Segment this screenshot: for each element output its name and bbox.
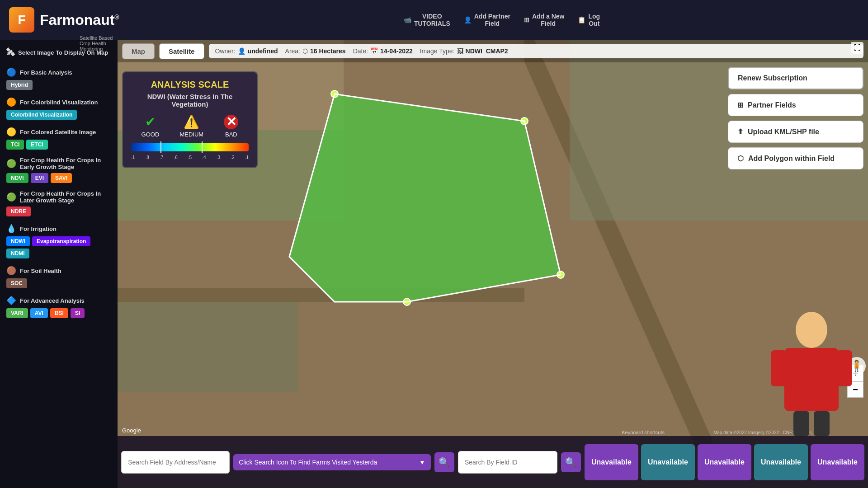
svg-rect-17 xyxy=(793,411,809,436)
ndwi-button[interactable]: NDWI xyxy=(6,236,30,246)
hybrid-button[interactable]: Hybrid xyxy=(6,80,33,90)
evapotranspiration-button[interactable]: Evapotranspiration xyxy=(32,236,90,246)
calendar-icon: 📅 xyxy=(370,47,378,55)
svg-marker-5 xyxy=(289,94,561,302)
map-view-button[interactable]: Map xyxy=(122,43,155,59)
sidebar-section-crop-health-early: 🟢 For Crop Health For Crops In Early Gro… xyxy=(0,153,118,187)
crop-early-icon: 🟢 xyxy=(6,159,16,169)
area-value: 16 Hectares xyxy=(310,47,346,55)
dropdown-arrow-icon: ▼ xyxy=(419,459,425,466)
unavailable-card-1: Unavailable xyxy=(585,444,638,480)
app-title: Farmonaut® xyxy=(40,12,119,28)
owner-value: undefined xyxy=(248,47,278,55)
sidebar-section-crop-health-later: 🟢 For Crop Health For Crops In Later Gro… xyxy=(0,187,118,220)
analysis-scale-subtitle: NDWI (Water Stress In The Vegetation) xyxy=(131,93,249,108)
medium-label: MEDIUM xyxy=(179,131,203,138)
good-label: GOOD xyxy=(142,131,160,138)
date-label: Date: xyxy=(353,47,368,55)
field-id-search-button[interactable]: 🔍 xyxy=(561,452,581,472)
svg-rect-14 xyxy=(784,348,839,411)
scale-marker-good xyxy=(160,141,161,153)
colored-icon: 🟡 xyxy=(6,127,16,137)
avi-button[interactable]: AVI xyxy=(30,308,48,318)
scale-bar xyxy=(131,143,249,151)
fullscreen-button[interactable]: ⛶ xyxy=(851,42,863,54)
owner-icon: 👤 xyxy=(238,47,245,55)
good-icon: ✔ xyxy=(145,114,156,129)
tci-button[interactable]: TCI xyxy=(6,140,24,150)
unavailable-card-5: Unavailable xyxy=(811,444,864,480)
owner-label: Owner: xyxy=(215,47,236,55)
presenter-svg xyxy=(766,303,857,438)
right-action-buttons: Renew Subscription ⊞ Partner Fields ⬆ Up… xyxy=(728,67,863,169)
ndre-button[interactable]: NDRE xyxy=(6,206,31,216)
farm-search-icon-button[interactable]: 🔍 xyxy=(434,452,454,472)
sidebar-section-soil-health: 🟤 For Soil Health SOC xyxy=(0,262,118,292)
bsi-button[interactable]: BSI xyxy=(50,308,68,318)
soil-icon: 🟤 xyxy=(6,266,16,276)
polygon-icon: ⬡ xyxy=(737,154,744,163)
map-info-bar: Owner: 👤 undefined Area: ⬡ 16 Hectares D… xyxy=(209,44,863,58)
satellite-icon: 🛰 xyxy=(6,48,14,57)
unavailable-card-2: Unavailable xyxy=(641,444,695,480)
sidebar-section-advanced-analysis: 🔷 For Advanced Analysis VARI AVI BSI SI xyxy=(0,292,118,322)
nav-add-new-field[interactable]: ⊞ Add a New Field xyxy=(524,13,565,27)
si-button[interactable]: SI xyxy=(71,308,85,318)
crop-later-icon: 🟢 xyxy=(6,192,16,202)
soc-button[interactable]: SOC xyxy=(6,278,27,288)
image-type-label: Image Type: xyxy=(420,47,455,55)
upload-kml-button[interactable]: ⬆ Upload KML/SHP file xyxy=(728,121,863,143)
svg-rect-11 xyxy=(118,302,298,392)
keyboard-shortcuts-label: Keyboard shortcuts xyxy=(622,430,665,435)
scale-marker-medium xyxy=(202,141,203,153)
field-id-search-input[interactable] xyxy=(458,451,557,474)
advanced-icon: 🔷 xyxy=(6,296,16,305)
add-polygon-button[interactable]: ⬡ Add Polygon within Field xyxy=(728,147,863,169)
partner-fields-button[interactable]: ⊞ Partner Fields xyxy=(728,94,863,116)
ndmi-button[interactable]: NDMI xyxy=(6,249,29,258)
irrigation-icon: 💧 xyxy=(6,224,16,234)
bad-label: BAD xyxy=(225,131,237,138)
address-search-input[interactable] xyxy=(121,451,230,474)
basic-icon: 🔵 xyxy=(6,67,16,77)
google-watermark: Google xyxy=(122,427,141,434)
ndvi-button[interactable]: NDVI xyxy=(6,173,28,183)
logo-area: F Farmonaut® Satellite Based Crop Health… xyxy=(9,7,127,33)
upload-icon: ⬆ xyxy=(737,127,743,136)
unavailable-card-4: Unavailable xyxy=(754,444,808,480)
analysis-scale-panel: ANALYSIS SCALE NDWI (Water Stress In The… xyxy=(122,71,258,168)
sidebar-section-irrigation: 💧 For Irrigation NDWI Evapotranspiration… xyxy=(0,220,118,262)
bottom-bar: Refresh, (Today): Tap To Refresh, Area C… xyxy=(0,436,868,488)
colorblind-icon: 🟠 xyxy=(6,97,16,107)
partner-fields-icon: ⊞ xyxy=(737,101,743,109)
sidebar-section-basic-analysis: 🔵 For Basic Analysis Hybrid xyxy=(0,64,118,94)
area-label: Area: xyxy=(285,47,300,55)
search-icon: 🔍 xyxy=(439,457,450,468)
evi-button[interactable]: EVI xyxy=(31,173,48,183)
nav-video-tutorials[interactable]: 📹 VIDEO TUTORIALS xyxy=(404,13,450,27)
header: F Farmonaut® Satellite Based Crop Health… xyxy=(0,0,868,40)
svg-rect-16 xyxy=(836,350,852,386)
svg-rect-15 xyxy=(771,350,787,386)
nav-log-out[interactable]: 📋 Log Out xyxy=(578,13,600,27)
date-value: 14-04-2022 xyxy=(380,47,413,55)
satellite-view-button[interactable]: Satellite xyxy=(159,43,204,59)
unavailable-card-3: Unavailable xyxy=(698,444,751,480)
analysis-scale-title: ANALYSIS SCALE xyxy=(131,80,249,90)
unavailable-cards-container: Unavailable Unavailable Unavailable Unav… xyxy=(585,444,864,480)
presenter-avatar xyxy=(766,303,866,438)
nav-add-partner-field[interactable]: 👤 Add Partner Field xyxy=(464,13,510,27)
image-icon: 🖼 xyxy=(457,47,463,55)
svg-rect-18 xyxy=(814,411,830,436)
scale-labels: .1 .8 .7 .6 .5 .4 .3 .2 .1 xyxy=(131,155,249,160)
etci-button[interactable]: ETCI xyxy=(26,140,47,150)
colorblind-viz-button[interactable]: Colorblind Visualization xyxy=(6,110,77,120)
farm-search-dropdown[interactable]: Click Search Icon To Find Farms Visited … xyxy=(233,454,431,470)
map-container[interactable]: Map Satellite Owner: 👤 undefined Area: ⬡… xyxy=(118,40,868,488)
savi-button[interactable]: SAVI xyxy=(51,173,72,183)
renew-subscription-button[interactable]: Renew Subscription xyxy=(728,67,863,89)
vari-button[interactable]: VARI xyxy=(6,308,28,318)
medium-icon: ⚠️ xyxy=(184,114,199,129)
area-icon: ⬡ xyxy=(302,47,308,55)
svg-point-13 xyxy=(796,312,827,348)
